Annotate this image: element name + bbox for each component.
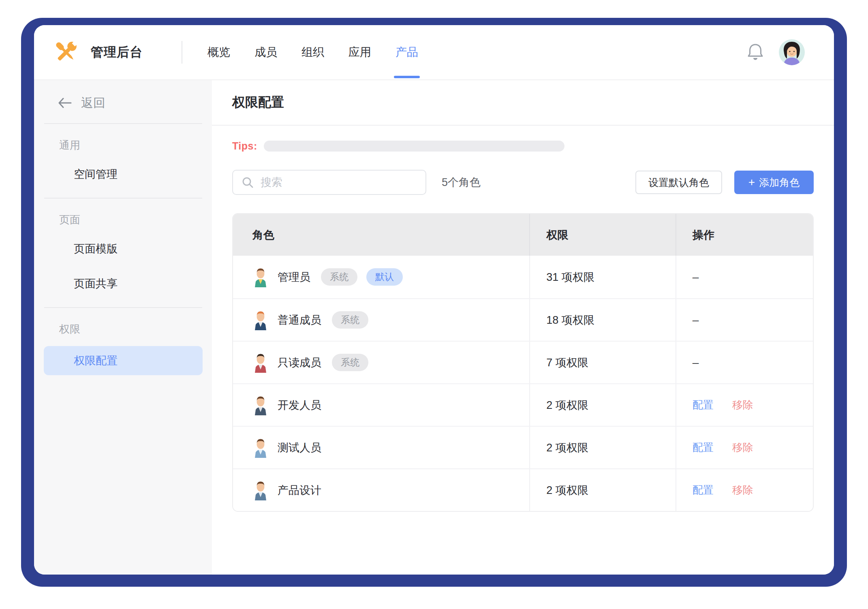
table-row: 只读成员 系统 7 项权限 – (233, 341, 813, 383)
table-row: 普通成员 系统 18 项权限 – (233, 298, 813, 341)
app-title: 管理后台 (91, 44, 143, 61)
actions-cell: – (676, 256, 813, 298)
role-avatar-icon (252, 438, 269, 458)
no-action-dash: – (693, 314, 699, 327)
column-header-actions: 操作 (676, 214, 813, 256)
tools-logo-icon (53, 39, 79, 66)
nav-item-organization[interactable]: 组织 (300, 25, 326, 79)
top-navbar: 管理后台 概览 成员 组织 应用 产品 (34, 25, 834, 80)
table-header-row: 角色 权限 操作 (233, 214, 813, 256)
set-default-role-button[interactable]: 设置默认角色 (635, 171, 722, 194)
permissions-cell: 2 项权限 (529, 384, 676, 426)
back-button[interactable]: 返回 (34, 93, 212, 113)
sidebar-divider (44, 307, 202, 308)
role-avatar-icon (252, 267, 269, 287)
role-badge-blue: 默认 (366, 268, 403, 286)
add-role-button[interactable]: + 添加角色 (734, 171, 814, 194)
role-name: 普通成员 (278, 313, 321, 327)
actions-cell: – (676, 342, 813, 383)
nav-item-products-label: 产品 (396, 45, 418, 60)
user-avatar[interactable] (779, 39, 805, 65)
table-row: 产品设计 2 项权限 配置 移除 (233, 468, 813, 511)
column-header-permissions: 权限 (529, 214, 676, 256)
actions-cell: – (676, 299, 813, 341)
primary-nav: 概览 成员 组织 应用 产品 (206, 25, 420, 79)
column-header-role: 角色 (233, 214, 529, 256)
role-cell: 测试人员 (233, 427, 529, 468)
remove-link[interactable]: 移除 (732, 440, 753, 455)
active-tab-underline (394, 76, 420, 78)
sidebar-divider (44, 198, 202, 199)
table-row: 测试人员 2 项权限 配置 移除 (233, 426, 813, 468)
remove-link[interactable]: 移除 (732, 398, 753, 412)
sidebar-item-space-management[interactable]: 空间管理 (34, 161, 212, 187)
permissions-cell: 2 项权限 (529, 469, 676, 511)
page-header: 权限配置 (212, 80, 834, 126)
configure-link[interactable]: 配置 (693, 440, 714, 455)
roles-table: 角色 权限 操作 管理员 系统默认 31 项权限 – 普通成员 (232, 213, 814, 512)
role-name: 管理员 (278, 270, 310, 284)
permissions-count: 18 项权限 (546, 313, 594, 327)
permissions-count: 2 项权限 (546, 483, 588, 498)
permissions-cell: 31 项权限 (529, 256, 676, 298)
role-cell: 只读成员 系统 (233, 342, 529, 383)
role-cell: 开发人员 (233, 384, 529, 426)
role-avatar-icon (252, 480, 269, 500)
sidebar-item-page-templates[interactable]: 页面模版 (34, 236, 212, 262)
role-badge-gray: 系统 (332, 311, 368, 329)
sidebar-section-pages: 页面 (34, 212, 212, 227)
back-label: 返回 (81, 95, 105, 111)
tips-label: Tips: (232, 140, 257, 152)
permissions-count: 2 项权限 (546, 440, 588, 455)
permissions-cell: 7 项权限 (529, 342, 676, 383)
plus-icon: + (748, 177, 755, 188)
add-role-label: 添加角色 (759, 176, 800, 189)
search-icon (241, 176, 254, 189)
window-body: 返回 通用 空间管理 页面 页面模版 页面共享 权限 权限配置 权限配置 Tip… (34, 80, 834, 575)
table-row: 开发人员 2 项权限 配置 移除 (233, 383, 813, 426)
back-arrow-icon (58, 97, 72, 109)
main-content: 权限配置 Tips: 5个角色 设置默认角色 + 添加角色 (212, 80, 834, 575)
table-row: 管理员 系统默认 31 项权限 – (233, 256, 813, 298)
no-action-dash: – (693, 356, 699, 369)
role-count: 5个角色 (442, 175, 481, 190)
tips-placeholder-bar (264, 141, 564, 152)
search-box[interactable] (232, 170, 426, 195)
role-avatar-icon (252, 353, 269, 373)
app-window: 管理后台 概览 成员 组织 应用 产品 (34, 25, 834, 575)
sidebar-section-permissions: 权限 (34, 322, 212, 336)
sidebar-section-general: 通用 (34, 138, 212, 152)
role-badges: 系统 (332, 354, 368, 372)
sidebar-divider (44, 123, 202, 124)
remove-link[interactable]: 移除 (732, 483, 753, 497)
role-avatar-icon (252, 310, 269, 330)
configure-link[interactable]: 配置 (693, 483, 714, 497)
role-name: 测试人员 (278, 440, 321, 455)
role-cell: 产品设计 (233, 469, 529, 511)
role-cell: 管理员 系统默认 (233, 256, 529, 298)
role-name: 只读成员 (278, 355, 321, 370)
actions-cell: 配置 移除 (676, 469, 813, 511)
nav-item-overview[interactable]: 概览 (206, 25, 232, 79)
configure-link[interactable]: 配置 (693, 398, 714, 412)
search-input[interactable] (261, 176, 417, 189)
role-badges: 系统默认 (321, 268, 403, 286)
actions-cell: 配置 移除 (676, 427, 813, 468)
nav-item-applications[interactable]: 应用 (347, 25, 373, 79)
navbar-divider (182, 41, 182, 64)
permissions-cell: 2 项权限 (529, 427, 676, 468)
nav-item-products[interactable]: 产品 (394, 25, 420, 79)
sidebar: 返回 通用 空间管理 页面 页面模版 页面共享 权限 权限配置 (34, 80, 212, 575)
permissions-count: 2 项权限 (546, 398, 588, 412)
role-name: 产品设计 (278, 483, 321, 498)
role-cell: 普通成员 系统 (233, 299, 529, 341)
nav-item-members[interactable]: 成员 (253, 25, 279, 79)
sidebar-item-permission-config[interactable]: 权限配置 (44, 346, 203, 375)
role-avatar-icon (252, 395, 269, 415)
actions-cell: 配置 移除 (676, 384, 813, 426)
sidebar-item-page-sharing[interactable]: 页面共享 (34, 271, 212, 297)
notifications-bell-icon[interactable] (746, 43, 764, 62)
permissions-cell: 18 项权限 (529, 299, 676, 341)
table-body: 管理员 系统默认 31 项权限 – 普通成员 系统 18 项权限 – 只读成员 (233, 256, 813, 511)
role-badge-gray: 系统 (332, 354, 368, 372)
